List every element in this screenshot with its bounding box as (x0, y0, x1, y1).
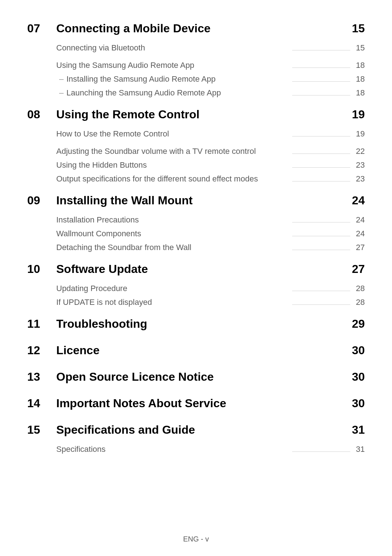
toc-section-header[interactable]: 10Software Update27 (27, 262, 365, 276)
toc-subsection[interactable]: Updating Procedure28 (56, 284, 365, 293)
toc-section-number: 14 (27, 397, 56, 410)
toc-subsection[interactable]: Launching the Samsung Audio Remote App18 (56, 88, 365, 98)
toc-section-header[interactable]: 09Installing the Wall Mount24 (27, 194, 365, 207)
toc-subsection-list: Installation Precautions24Wallmount Comp… (56, 215, 365, 252)
toc-subsection-page: 22 (354, 147, 365, 156)
toc-subsection[interactable]: Wallmount Components24 (56, 229, 365, 238)
toc-subsection-page: 18 (354, 88, 365, 98)
toc-section-number: 11 (27, 317, 56, 331)
toc-subsection-title: If UPDATE is not displayed (56, 298, 152, 307)
toc-subsection-list: Specifications31 (56, 445, 365, 454)
toc-leader-line (292, 451, 350, 452)
toc-subsection-title: Wallmount Components (56, 229, 141, 238)
toc-subsection[interactable]: Output specifications for the different … (56, 174, 365, 184)
toc-leader-line (292, 154, 350, 154)
toc-section: 11Troubleshooting29 (27, 317, 365, 331)
toc-section: 14Important Notes About Service30 (27, 397, 365, 410)
toc-subsection-page: 28 (354, 284, 365, 293)
toc-section-number: 08 (27, 108, 56, 121)
toc-section: 08Using the Remote Control19How to Use t… (27, 108, 365, 184)
toc-section: 13Open Source Licence Notice30 (27, 370, 365, 384)
toc-section-page: 30 (347, 397, 365, 410)
toc-section-page: 15 (347, 22, 365, 35)
toc-section-number: 10 (27, 262, 56, 276)
toc-subsection[interactable]: Using the Hidden Buttons23 (56, 160, 365, 170)
toc-section-title: Specifications and Guide (56, 423, 347, 437)
toc-subsection-title: Using the Hidden Buttons (56, 160, 147, 170)
toc-subsection-page: 28 (354, 298, 365, 307)
toc-subsection-title: Updating Procedure (56, 284, 127, 293)
toc-subsection[interactable]: Installation Precautions24 (56, 215, 365, 225)
toc-section-header[interactable]: 12Licence30 (27, 344, 365, 357)
toc-subsection-page: 27 (354, 243, 365, 252)
toc-subsection-title: Adjusting the Soundbar volume with a TV … (56, 147, 256, 156)
toc-subsection[interactable]: If UPDATE is not displayed28 (56, 298, 365, 307)
toc-subsection[interactable]: Connecting via Bluetooth15 (56, 43, 365, 53)
toc-section-number: 12 (27, 344, 56, 357)
toc-leader-line (292, 95, 350, 95)
toc-section-page: 24 (347, 194, 365, 207)
toc-subsection[interactable]: How to Use the Remote Control19 (56, 129, 365, 139)
toc-leader-line (292, 136, 350, 136)
toc-section-page: 30 (347, 370, 365, 384)
toc-section-page: 27 (347, 262, 365, 276)
toc-subsection-page: 18 (354, 74, 365, 84)
toc-section-title: Installing the Wall Mount (56, 194, 347, 207)
toc-subsection[interactable]: Installing the Samsung Audio Remote App1… (56, 74, 365, 84)
toc-subsection-page: 15 (354, 43, 365, 53)
toc-leader-line (292, 304, 350, 305)
toc-subsection-page: 31 (354, 445, 365, 454)
toc-section-title: Using the Remote Control (56, 108, 347, 121)
toc-leader-line (292, 291, 350, 291)
toc-subsection[interactable]: Detaching the Soundbar from the Wall27 (56, 243, 365, 252)
toc-section-number: 15 (27, 423, 56, 437)
toc-section-header[interactable]: 08Using the Remote Control19 (27, 108, 365, 121)
toc-section-number: 13 (27, 370, 56, 384)
toc-section-title: Connecting a Mobile Device (56, 22, 347, 35)
toc-leader-line (292, 250, 350, 250)
toc-subsection-title: Specifications (56, 445, 106, 454)
toc-leader-line (292, 181, 350, 181)
toc-section-header[interactable]: 07Connecting a Mobile Device15 (27, 22, 365, 35)
table-of-contents: 07Connecting a Mobile Device15Connecting… (27, 22, 365, 454)
toc-subsection[interactable]: Specifications31 (56, 445, 365, 454)
toc-section: 12Licence30 (27, 344, 365, 357)
toc-section-title: Troubleshooting (56, 317, 347, 331)
toc-subsection-title: Using the Samsung Audio Remote App (56, 61, 194, 70)
toc-subsection-list: Updating Procedure28If UPDATE is not dis… (56, 284, 365, 307)
toc-subsection-page: 19 (354, 129, 365, 139)
toc-subsection-page: 24 (354, 229, 365, 238)
toc-subsection-title: Installing the Samsung Audio Remote App (56, 74, 216, 84)
toc-leader-line (292, 236, 350, 236)
toc-subsection-title: Connecting via Bluetooth (56, 43, 145, 53)
toc-subsection-list: How to Use the Remote Control19Adjusting… (56, 129, 365, 184)
toc-section-header[interactable]: 14Important Notes About Service30 (27, 397, 365, 410)
toc-subsection-title: How to Use the Remote Control (56, 129, 169, 139)
toc-subsection-page: 23 (354, 174, 365, 184)
toc-section: 07Connecting a Mobile Device15Connecting… (27, 22, 365, 98)
toc-section-page: 30 (347, 344, 365, 357)
toc-subsection[interactable]: Adjusting the Soundbar volume with a TV … (56, 147, 365, 156)
toc-subsection-title: Installation Precautions (56, 215, 139, 225)
toc-subsection-list: Connecting via Bluetooth15Using the Sams… (56, 43, 365, 98)
toc-section: 10Software Update27Updating Procedure28I… (27, 262, 365, 307)
toc-section-page: 19 (347, 108, 365, 121)
toc-section-title: Open Source Licence Notice (56, 370, 347, 384)
toc-section: 15Specifications and Guide31Specificatio… (27, 423, 365, 454)
toc-subsection-page: 23 (354, 160, 365, 170)
toc-subsection[interactable]: Using the Samsung Audio Remote App18 (56, 61, 365, 70)
toc-section-title: Software Update (56, 262, 347, 276)
toc-section-header[interactable]: 13Open Source Licence Notice30 (27, 370, 365, 384)
toc-section: 09Installing the Wall Mount24Installatio… (27, 194, 365, 252)
toc-subsection-title: Output specifications for the different … (56, 174, 258, 184)
toc-leader-line (292, 167, 350, 168)
toc-section-title: Licence (56, 344, 347, 357)
toc-leader-line (292, 81, 350, 82)
toc-section-page: 29 (347, 317, 365, 331)
toc-subsection-title: Launching the Samsung Audio Remote App (56, 88, 221, 98)
toc-section-header[interactable]: 11Troubleshooting29 (27, 317, 365, 331)
toc-subsection-page: 18 (354, 61, 365, 70)
toc-section-header[interactable]: 15Specifications and Guide31 (27, 423, 365, 437)
toc-leader-line (292, 68, 350, 68)
toc-subsection-title: Detaching the Soundbar from the Wall (56, 243, 191, 252)
